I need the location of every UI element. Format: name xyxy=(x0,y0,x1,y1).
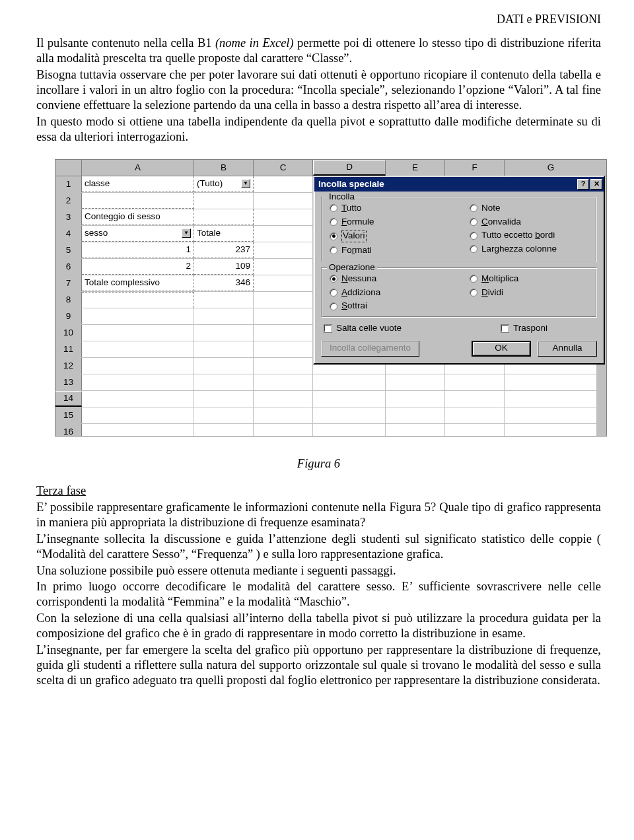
cell[interactable] xyxy=(386,374,445,390)
col-header-c[interactable]: C xyxy=(254,160,313,176)
cell[interactable] xyxy=(82,407,194,423)
radio-tutto[interactable]: Tutto xyxy=(330,203,450,214)
radio-sottrai[interactable]: Sottrai xyxy=(330,300,450,312)
cancel-button[interactable]: Annulla xyxy=(538,341,597,357)
cell[interactable] xyxy=(194,308,254,324)
cell[interactable] xyxy=(82,424,194,437)
row-num[interactable]: 16 xyxy=(55,424,82,437)
cell[interactable] xyxy=(82,358,194,374)
dropdown-icon[interactable] xyxy=(182,228,191,238)
cell[interactable] xyxy=(386,424,445,437)
cell-a4[interactable]: sesso xyxy=(82,226,194,242)
cell[interactable] xyxy=(194,424,254,437)
radio-convalida[interactable]: Convalida xyxy=(470,217,590,228)
cell-c2[interactable] xyxy=(254,193,313,209)
cell-c7[interactable] xyxy=(254,275,313,291)
cell-a1[interactable]: classe xyxy=(82,176,194,192)
checkbox-skip-blanks[interactable]: Salta celle vuote xyxy=(324,323,402,334)
row-num[interactable]: 13 xyxy=(55,374,82,390)
col-header-a[interactable]: A xyxy=(82,160,194,176)
cell[interactable] xyxy=(82,341,194,357)
row-num-14[interactable]: 14 xyxy=(55,391,82,407)
cell[interactable] xyxy=(254,391,313,407)
cell[interactable] xyxy=(445,391,505,407)
radio-formati[interactable]: Formati xyxy=(330,245,450,256)
cell-b3[interactable] xyxy=(194,209,254,225)
cell-a3[interactable]: Conteggio di sesso xyxy=(82,209,194,225)
row-num[interactable]: 12 xyxy=(55,358,82,374)
cell[interactable] xyxy=(445,407,505,423)
radio-larghezza-colonne[interactable]: Larghezza colonne xyxy=(470,244,590,255)
cell-b7[interactable]: 346 xyxy=(194,275,254,291)
radio-formule[interactable]: Formule xyxy=(330,217,450,228)
cell-b4[interactable]: Totale xyxy=(194,226,254,242)
cell[interactable] xyxy=(82,374,194,390)
row-num-1[interactable]: 1 xyxy=(55,176,82,192)
cell[interactable] xyxy=(194,391,254,407)
cell-c4[interactable] xyxy=(254,226,313,242)
cell[interactable] xyxy=(445,374,505,390)
cell[interactable] xyxy=(386,407,445,423)
dialog-titlebar[interactable]: Incolla speciale ? ✕ xyxy=(314,177,604,192)
checkbox-transpose[interactable]: Trasponi xyxy=(501,323,547,334)
row-num[interactable]: 11 xyxy=(55,341,82,357)
row-num[interactable]: 10 xyxy=(55,325,82,341)
close-icon[interactable]: ✕ xyxy=(590,179,602,190)
cell[interactable] xyxy=(313,391,386,407)
row-num[interactable]: 9 xyxy=(55,308,82,324)
cell-a6[interactable]: 2 xyxy=(82,259,194,275)
radio-dividi[interactable]: Dividi xyxy=(470,287,590,298)
cell[interactable] xyxy=(313,374,386,390)
cell[interactable] xyxy=(254,424,313,437)
row-num-3[interactable]: 3 xyxy=(55,209,82,225)
row-num-2[interactable]: 2 xyxy=(55,193,82,209)
cell[interactable] xyxy=(505,391,597,407)
cell-c5[interactable] xyxy=(254,242,313,258)
row-num-6[interactable]: 6 xyxy=(55,259,82,275)
row-num-5[interactable]: 5 xyxy=(55,242,82,258)
cell[interactable] xyxy=(445,424,505,437)
radio-note[interactable]: Note xyxy=(470,203,590,214)
row-num-4[interactable]: 4 xyxy=(55,226,82,242)
col-header-b[interactable]: B xyxy=(194,160,254,176)
radio-valori[interactable]: Valori xyxy=(330,230,450,242)
cell[interactable] xyxy=(194,325,254,341)
cell-c3[interactable] xyxy=(254,209,313,225)
cell[interactable] xyxy=(82,391,194,407)
cell-c1[interactable] xyxy=(254,176,313,192)
cell[interactable] xyxy=(254,308,313,324)
dropdown-icon[interactable] xyxy=(241,179,250,188)
cell[interactable] xyxy=(82,308,194,324)
cell[interactable] xyxy=(194,374,254,390)
cell-c8[interactable] xyxy=(254,292,313,308)
cell[interactable] xyxy=(386,391,445,407)
cell-b2[interactable] xyxy=(194,193,254,209)
cell-a7[interactable]: Totale complessivo xyxy=(82,275,194,291)
cell-a5[interactable]: 1 xyxy=(82,242,194,258)
cell[interactable] xyxy=(313,424,386,437)
col-header-g[interactable]: G xyxy=(505,160,597,176)
radio-nessuna[interactable]: Nessuna xyxy=(330,273,450,285)
col-header-f[interactable]: F xyxy=(445,160,505,176)
cell[interactable] xyxy=(254,374,313,390)
ok-button[interactable]: OK xyxy=(472,341,531,357)
help-button[interactable]: ? xyxy=(577,179,589,190)
cell-b1[interactable]: (Tutto) xyxy=(194,176,254,192)
cell[interactable] xyxy=(194,341,254,357)
cell[interactable] xyxy=(313,407,386,423)
col-header-d[interactable]: D xyxy=(313,160,386,176)
cell-a2[interactable] xyxy=(82,193,194,209)
cell-b5[interactable]: 237 xyxy=(194,242,254,258)
cell-b6[interactable]: 109 xyxy=(194,259,254,275)
cell[interactable] xyxy=(505,374,597,390)
cell[interactable] xyxy=(254,325,313,341)
radio-tutto-eccetto-bordi[interactable]: Tutto eccetto bordi xyxy=(470,230,590,241)
cell[interactable] xyxy=(505,424,597,437)
row-num[interactable]: 15 xyxy=(55,407,82,423)
cell[interactable] xyxy=(194,358,254,374)
cell[interactable] xyxy=(254,341,313,357)
cell-b8[interactable] xyxy=(194,292,254,308)
cell[interactable] xyxy=(194,407,254,423)
row-num-8[interactable]: 8 xyxy=(55,292,82,308)
cell[interactable] xyxy=(254,358,313,374)
